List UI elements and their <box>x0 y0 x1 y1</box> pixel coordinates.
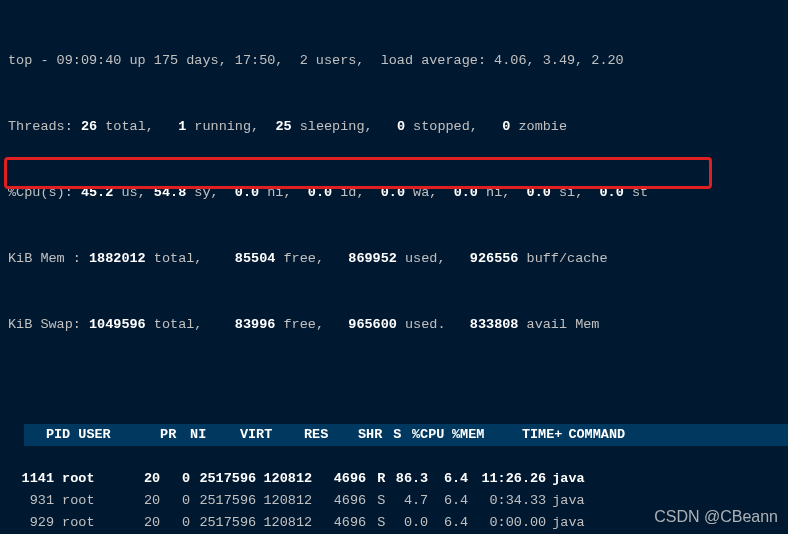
watermark: CSDN @CBeann <box>654 506 778 528</box>
summary-line-1: top - 09:09:40 up 175 days, 17:50, 2 use… <box>8 50 780 72</box>
summary-line-4: KiB Mem : 1882012 total, 85504 free, 869… <box>8 248 780 270</box>
terminal-output: top - 09:09:40 up 175 days, 17:50, 2 use… <box>0 0 788 534</box>
column-header: PID USERPRNIVIRTRESSHR S%CPU%MEMTIME+COM… <box>24 424 788 446</box>
blank-line <box>8 380 780 402</box>
summary-line-3: %Cpu(s): 45.2 us, 54.8 sy, 0.0 ni, 0.0 i… <box>8 182 780 204</box>
summary-line-2: Threads: 26 total, 1 running, 25 sleepin… <box>8 116 780 138</box>
process-row: 1141 root20025175961208124696 R86.36.411… <box>8 468 780 490</box>
summary-line-5: KiB Swap: 1049596 total, 83996 free, 965… <box>8 314 780 336</box>
